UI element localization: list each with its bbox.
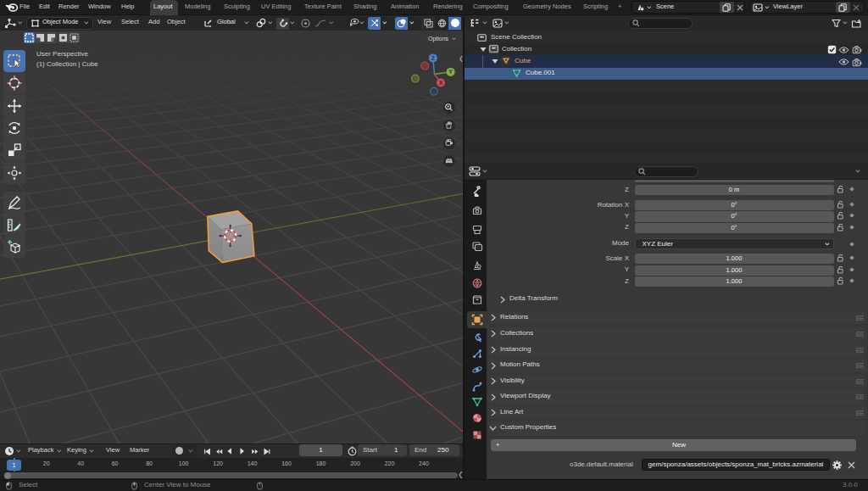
svg-text:Y: Y <box>448 69 453 75</box>
svg-text:Z: Z <box>431 55 436 61</box>
svg-text:X: X <box>439 80 443 86</box>
